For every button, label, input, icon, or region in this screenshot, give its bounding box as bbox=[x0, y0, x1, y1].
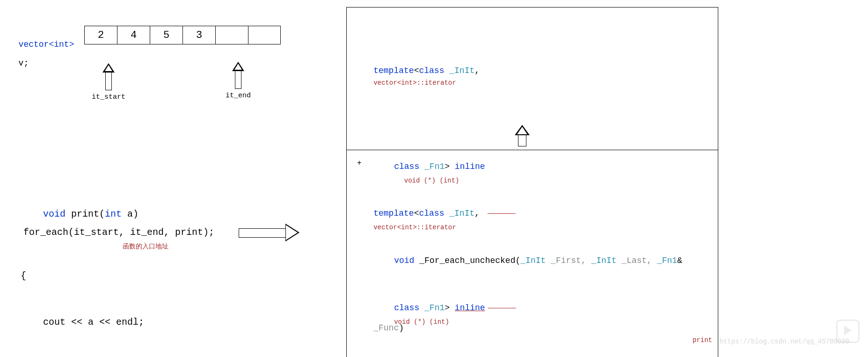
vector-table: 2453 bbox=[84, 26, 281, 44]
kw: class bbox=[394, 303, 419, 313]
arrow-stem bbox=[518, 135, 526, 146]
play-icon[interactable] bbox=[836, 320, 860, 343]
code-line: cout << a << endl; bbox=[21, 314, 144, 330]
annotation-line bbox=[488, 308, 516, 308]
vector-cell bbox=[215, 26, 248, 44]
type-param: _InIt bbox=[444, 209, 474, 218]
annotation-entry-address: 函数的入口地址 bbox=[123, 242, 168, 251]
arrow-up-between-boxes bbox=[515, 125, 530, 146]
arrow-right-icon bbox=[239, 225, 299, 240]
kw: void bbox=[43, 209, 66, 219]
vector-cell: 5 bbox=[150, 26, 182, 44]
arrow-up-icon bbox=[102, 63, 115, 73]
print-function-code: void print(int a) { cout << a << endl; } bbox=[21, 160, 144, 357]
code-text: < bbox=[414, 66, 419, 75]
code-text bbox=[19, 49, 29, 58]
type-param: _Fn1 bbox=[419, 303, 445, 313]
code-line: { bbox=[21, 268, 144, 284]
code-text: , bbox=[474, 66, 485, 75]
code-text: vector<int> bbox=[19, 40, 74, 49]
vector-cell: 3 bbox=[182, 26, 215, 44]
arrow-up-icon bbox=[232, 62, 244, 71]
vector-cell: 4 bbox=[117, 26, 150, 44]
pointer-label: it_end bbox=[226, 92, 251, 100]
watermark: https://blog.csdn.net/qq_45700000 bbox=[720, 338, 849, 345]
type-param: _InIt bbox=[444, 66, 474, 75]
kw: int bbox=[105, 209, 122, 219]
kw: class bbox=[419, 209, 444, 218]
code-text: print bbox=[66, 209, 99, 219]
code-text: , bbox=[474, 209, 485, 218]
for-each-template: template<class _InIt, vector<int>::itera… bbox=[346, 150, 718, 357]
kw: template bbox=[373, 66, 414, 75]
code-line: class _Fn1> inline void (*) (int) bbox=[353, 288, 712, 342]
annotation-line bbox=[488, 213, 516, 214]
code-line: template<class _InIt, vector<int>::itera… bbox=[353, 193, 712, 247]
code-text: v; bbox=[19, 58, 29, 68]
vector-cell bbox=[248, 26, 281, 44]
arrow-up-icon bbox=[515, 125, 530, 135]
annotation-type: vector<int>::iterator bbox=[373, 79, 456, 87]
text-cursor-icon: + bbox=[357, 159, 362, 168]
kw: template bbox=[373, 209, 414, 218]
for-each-call: for_each(it_start, it_end, print); bbox=[23, 227, 214, 238]
pointer-it-start: it_start bbox=[92, 63, 125, 101]
annotation-type: vector<int>::iterator bbox=[373, 224, 456, 231]
vector-cell: 2 bbox=[84, 26, 117, 44]
annotation-type: void (*) (int) bbox=[394, 318, 449, 326]
pointer-label: it_start bbox=[92, 93, 125, 101]
kw: inline bbox=[455, 303, 485, 313]
arrow-stem bbox=[235, 71, 241, 89]
code-text: a) bbox=[122, 209, 139, 219]
kw: class bbox=[419, 66, 444, 75]
code-line: template<class _InIt, vector<int>::itera… bbox=[353, 51, 712, 106]
pointer-it-end: it_end bbox=[226, 62, 251, 100]
vector-declaration: vector<int> v; bbox=[8, 30, 74, 68]
arrow-stem bbox=[105, 72, 112, 90]
